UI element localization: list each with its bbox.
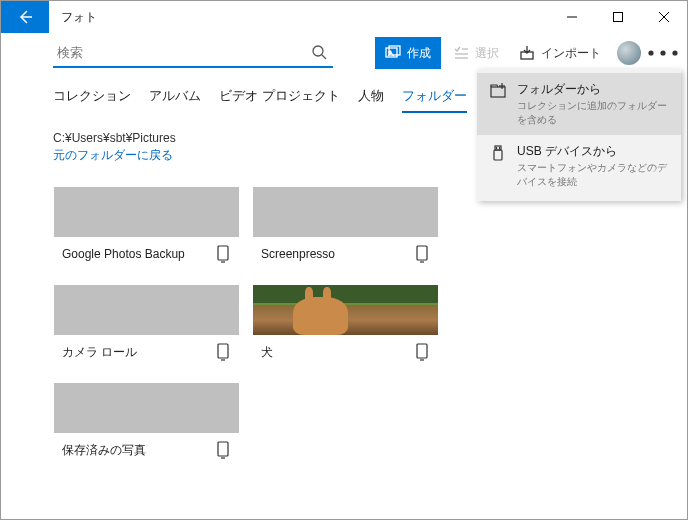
folder-card[interactable]: 犬 xyxy=(252,284,439,370)
window-title: フォト xyxy=(49,1,109,33)
folder-thumbnail xyxy=(54,285,239,335)
search-box xyxy=(53,38,333,68)
menu-item-sub: コレクションに追加のフォルダーを含める xyxy=(517,99,669,127)
svg-point-4 xyxy=(313,46,323,56)
folder-thumbnail xyxy=(253,285,438,335)
search-input[interactable] xyxy=(53,38,333,66)
svg-rect-1 xyxy=(614,13,623,22)
svg-rect-20 xyxy=(218,344,228,358)
tab-album[interactable]: アルバム xyxy=(149,87,201,113)
arrow-left-icon xyxy=(17,9,33,25)
menu-item-title: USB デバイスから xyxy=(517,143,669,160)
toolbar: 作成 選択 インポート xyxy=(1,33,687,73)
usb-icon xyxy=(489,144,507,162)
folder-name: 犬 xyxy=(261,344,273,361)
folder-card[interactable]: Google Photos Backup xyxy=(53,186,240,272)
menu-item-title: フォルダーから xyxy=(517,81,669,98)
device-folder-icon xyxy=(215,343,231,361)
folder-thumbnail xyxy=(54,383,239,433)
menu-item-sub: スマートフォンやカメラなどのデバイスを接続 xyxy=(517,161,669,189)
tab-people[interactable]: 人物 xyxy=(358,87,384,113)
folder-name: Screenpresso xyxy=(261,247,335,261)
svg-rect-26 xyxy=(491,87,505,97)
close-button[interactable] xyxy=(641,1,687,33)
user-avatar[interactable] xyxy=(617,41,641,65)
create-icon xyxy=(385,45,401,61)
title-bar: フォト xyxy=(1,1,687,33)
folder-grid: Google Photos Backup Screenpresso カメラ ロー… xyxy=(53,186,635,468)
select-icon xyxy=(453,45,469,61)
folder-thumbnail xyxy=(253,187,438,237)
back-to-parent-link[interactable]: 元のフォルダーに戻る xyxy=(53,147,173,164)
minimize-button[interactable] xyxy=(549,1,595,33)
import-icon xyxy=(519,45,535,61)
folder-thumbnail xyxy=(54,187,239,237)
folder-card[interactable]: カメラ ロール xyxy=(53,284,240,370)
select-label: 選択 xyxy=(475,45,499,62)
svg-rect-18 xyxy=(417,246,427,260)
window-controls xyxy=(549,1,687,33)
tab-collection[interactable]: コレクション xyxy=(53,87,131,113)
svg-rect-24 xyxy=(218,442,228,456)
svg-line-5 xyxy=(322,55,326,59)
import-from-folder[interactable]: フォルダーから コレクションに追加のフォルダーを含める xyxy=(477,73,681,135)
select-button: 選択 xyxy=(445,37,507,69)
import-menu: フォルダーから コレクションに追加のフォルダーを含める USB デバイスから ス… xyxy=(477,69,681,201)
folder-name: 保存済みの写真 xyxy=(62,442,146,459)
tab-video-project[interactable]: ビデオ プロジェクト xyxy=(219,87,340,113)
maximize-button[interactable] xyxy=(595,1,641,33)
import-button[interactable]: インポート xyxy=(511,37,609,69)
import-label: インポート xyxy=(541,45,601,62)
svg-point-15 xyxy=(672,50,677,55)
folder-card[interactable]: Screenpresso xyxy=(252,186,439,272)
svg-rect-29 xyxy=(494,150,502,160)
create-button[interactable]: 作成 xyxy=(375,37,441,69)
device-folder-icon xyxy=(414,245,430,263)
search-icon xyxy=(311,44,327,60)
folder-name: カメラ ロール xyxy=(62,344,137,361)
svg-point-13 xyxy=(648,50,653,55)
create-label: 作成 xyxy=(407,45,431,62)
svg-point-14 xyxy=(660,50,665,55)
more-button[interactable] xyxy=(647,37,679,69)
device-folder-icon xyxy=(414,343,430,361)
back-button[interactable] xyxy=(1,1,49,33)
folder-name: Google Photos Backup xyxy=(62,247,185,261)
folder-add-icon xyxy=(489,82,507,100)
import-from-usb[interactable]: USB デバイスから スマートフォンやカメラなどのデバイスを接続 xyxy=(477,135,681,197)
svg-rect-30 xyxy=(495,146,501,150)
device-folder-icon xyxy=(215,441,231,459)
svg-rect-16 xyxy=(218,246,228,260)
more-icon xyxy=(647,49,679,57)
device-folder-icon xyxy=(215,245,231,263)
svg-rect-22 xyxy=(417,344,427,358)
tab-folder[interactable]: フォルダー xyxy=(402,87,467,113)
folder-card[interactable]: 保存済みの写真 xyxy=(53,382,240,468)
